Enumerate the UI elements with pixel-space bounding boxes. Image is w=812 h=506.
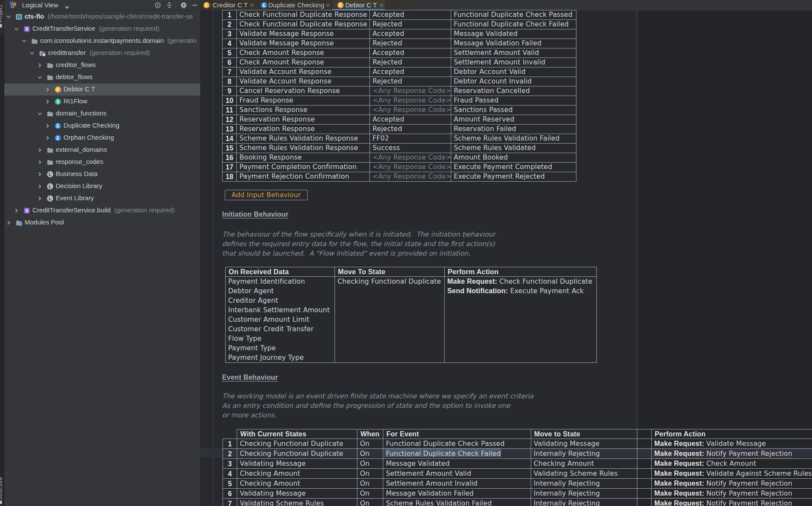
stripe-label-structure: Structure (0, 477, 3, 500)
svg-text:F: F (205, 3, 208, 8)
response-row[interactable]: 15Scheme Rules Validation ResponseSucces… (223, 144, 576, 153)
response-row[interactable]: 2Check Functional Duplicate ResponseReje… (223, 20, 576, 29)
current-states-cell: Validating Scheme Rules (237, 499, 357, 506)
spacer-cell (637, 479, 652, 489)
response-row[interactable]: 9Cancel Reservation Response<Any Respons… (223, 86, 576, 96)
event-behaviour-table[interactable]: With Current StatesWhenFor EventMove to … (223, 429, 812, 506)
add-input-behaviour-button[interactable]: Add Input Behaviour (225, 190, 308, 200)
response-result: Sanctions Passed (451, 106, 576, 115)
move-to-state-cell: Checking Functional Duplicate (335, 277, 445, 363)
response-row[interactable]: 13Reservation ResponseRejectedReservatio… (223, 125, 576, 134)
collapse-all-icon[interactable] (166, 2, 173, 9)
chevron-right-icon[interactable] (36, 195, 43, 202)
response-name: Reservation Response (237, 125, 370, 134)
event-rule-row[interactable]: 3Validating MessageOnMessage ValidatedCh… (223, 459, 812, 469)
chevron-right-icon[interactable] (36, 147, 43, 154)
chevron-right-icon[interactable] (36, 183, 43, 190)
tree-item-rt1flow[interactable]: SRt1Flow (4, 96, 200, 108)
tree-item-domain-functions[interactable]: domain_functions (4, 108, 200, 120)
event-rule-row[interactable]: 5Checking AmountOnSettlement Amount Inva… (223, 479, 812, 489)
response-row[interactable]: 10Fraud Response<Any Response Code>Fraud… (223, 96, 576, 106)
row-number: 5 (223, 48, 237, 58)
response-code: <Any Response Code> (370, 96, 451, 106)
chevron-right-icon[interactable] (44, 122, 51, 129)
editor-tab-duplicate-checking[interactable]: EDuplicate Checking (257, 0, 332, 10)
response-row[interactable]: 8Validate Account ResponseRejectedDebtor… (223, 77, 576, 86)
response-row[interactable]: 4Validate Message ResponseRejectedMessag… (223, 39, 576, 48)
response-row[interactable]: 16Booking Response<Any Response Code>Amo… (223, 153, 576, 163)
close-tab-icon[interactable] (379, 2, 385, 8)
close-tab-icon[interactable] (249, 2, 255, 8)
response-row[interactable]: 12Reservation ResponseAcceptedAmount Res… (223, 115, 576, 125)
chevron-right-icon[interactable] (13, 207, 20, 214)
response-row[interactable]: 7Validate Account ResponseAcceptedDebtor… (223, 67, 576, 77)
chevron-right-icon[interactable] (44, 98, 51, 105)
response-result: Execute Payment Rejected (451, 172, 576, 182)
tree-item-cts-flo[interactable]: cts-flo (/home/tomb/repos/sample-client/… (4, 11, 200, 23)
initiation-behaviour-table[interactable]: On Received DataMove To StatePerform Act… (225, 267, 597, 363)
response-row[interactable]: 14Scheme Rules Validation ResponseFF02Sc… (223, 134, 576, 144)
view-mode-title[interactable]: Logical View (22, 1, 58, 9)
gear-icon[interactable] (180, 2, 187, 9)
response-row[interactable]: 17Payment Completion Confirmation<Any Re… (223, 163, 576, 172)
tree-item-creditor-flows[interactable]: creditor_flows (4, 59, 200, 71)
current-states-cell: Checking Amount (237, 469, 357, 479)
response-name: Validate Message Response (237, 29, 370, 39)
chevron-right-icon[interactable] (36, 171, 43, 178)
current-states-cell: Checking Amount (237, 479, 357, 489)
tree-item-response-codes[interactable]: response_codes (4, 156, 200, 168)
chevron-down-icon[interactable] (13, 26, 20, 32)
tree-item-com-iconsolutions-instantpayments-domain[interactable]: com.iconsolutions.instantpayments.domain… (4, 35, 200, 47)
paragraph-line: The behaviour of the flow specifically w… (222, 230, 495, 239)
chevron-down-icon[interactable] (21, 38, 28, 45)
event-rule-row[interactable]: 2Checking Functional DuplicateOnFunction… (223, 449, 812, 459)
tree-item-modules-pool[interactable]: Modules Pool (4, 217, 200, 229)
tree-item-event-library[interactable]: LEvent Library (4, 192, 200, 205)
folder-m-icon: M (39, 50, 46, 57)
row-number: 17 (223, 163, 237, 172)
chevron-right-icon[interactable] (44, 86, 51, 93)
chevron-down-icon[interactable] (29, 50, 35, 57)
flow-document-editor[interactable]: 1Check Functional Duplicate ResponseAcce… (200, 10, 812, 506)
tree-item-business-data[interactable]: LBusiness Data (4, 168, 200, 180)
hide-tool-window-icon[interactable] (191, 2, 198, 9)
response-row[interactable]: 5Check Amount ResponseAcceptedSettlement… (223, 48, 576, 58)
tree-item-debtor-flows[interactable]: debtor_flows (4, 71, 200, 83)
tree-item-orphan-checking[interactable]: EOrphan Checking (4, 132, 200, 144)
locate-file-icon[interactable] (154, 2, 161, 9)
editor-tab-debtor-c-t[interactable]: FDebtor C T (332, 0, 385, 10)
row-number: 1 (223, 439, 237, 449)
library-l-icon: L (47, 195, 54, 202)
tree-item-suffix: (generation required) (95, 25, 159, 32)
svg-text:F: F (339, 3, 342, 8)
tree-item-external-domains[interactable]: external_domains (4, 144, 200, 156)
tree-item-credittransferservice[interactable]: SCreditTransferService (generation requi… (4, 23, 200, 35)
stripe-button-project[interactable]: Project (0, 0, 4, 34)
tree-item-suffix: (generatio (164, 37, 197, 44)
tree-item-credittransferservice-build[interactable]: SCreditTransferService.build (generation… (4, 205, 200, 217)
event-rule-row[interactable]: 4Checking AmountOnSettlement Amount Vali… (223, 469, 812, 479)
close-tab-icon[interactable] (325, 2, 331, 8)
chevron-down-icon[interactable] (5, 13, 12, 20)
event-rule-row[interactable]: 6Validating MessageOnMessage Validation … (223, 489, 812, 499)
chevron-down-icon[interactable] (36, 74, 43, 81)
chevron-right-icon[interactable] (5, 219, 12, 226)
tree-item-credittransfer[interactable]: Mcredittransfer (generation required) (4, 47, 200, 59)
event-rule-row[interactable]: 7Validating Scheme RulesOnScheme Rules V… (223, 499, 812, 506)
tree-item-debtor-c-t[interactable]: FDebtor C T (4, 83, 200, 96)
chevron-right-icon[interactable] (36, 62, 43, 69)
event-rule-row[interactable]: 1Checking Functional DuplicateOnFunction… (223, 439, 812, 449)
response-row[interactable]: 1Check Functional Duplicate ResponseAcce… (223, 10, 576, 20)
for-event-cell: Functional Duplicate Check Passed (383, 439, 531, 449)
tree-item-decision-library[interactable]: LDecision Library (4, 180, 200, 192)
editor-tab-creditor-c-t[interactable]: FCreditor C T (200, 0, 257, 10)
chevron-down-icon[interactable] (36, 110, 43, 117)
response-row[interactable]: 3Validate Message ResponseAcceptedMessag… (223, 29, 576, 39)
response-row[interactable]: 6Check Amount ResponseRejectedSettlement… (223, 58, 576, 67)
response-row[interactable]: 11Sanctions Response<Any Response Code>S… (223, 106, 576, 115)
chevron-right-icon[interactable] (44, 135, 51, 141)
input-behaviour-table[interactable]: 1Check Functional Duplicate ResponseAcce… (222, 10, 576, 182)
chevron-right-icon[interactable] (36, 159, 43, 166)
response-row[interactable]: 18Payment Rejection Confirmation<Any Res… (223, 172, 576, 182)
tree-item-duplicate-checking[interactable]: EDuplicate Checking (4, 120, 200, 132)
